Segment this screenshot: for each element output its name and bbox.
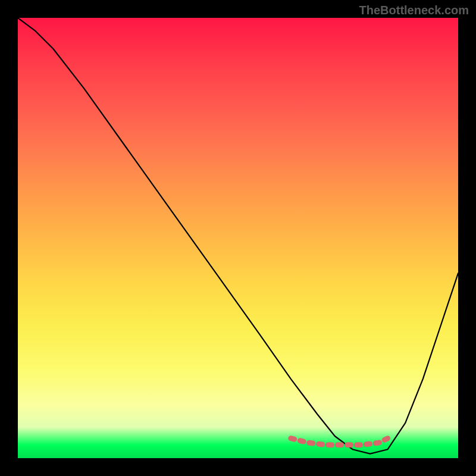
plot-area — [18, 18, 458, 458]
watermark-text: TheBottleneck.com — [359, 4, 469, 17]
minimum-hump — [18, 18, 458, 458]
